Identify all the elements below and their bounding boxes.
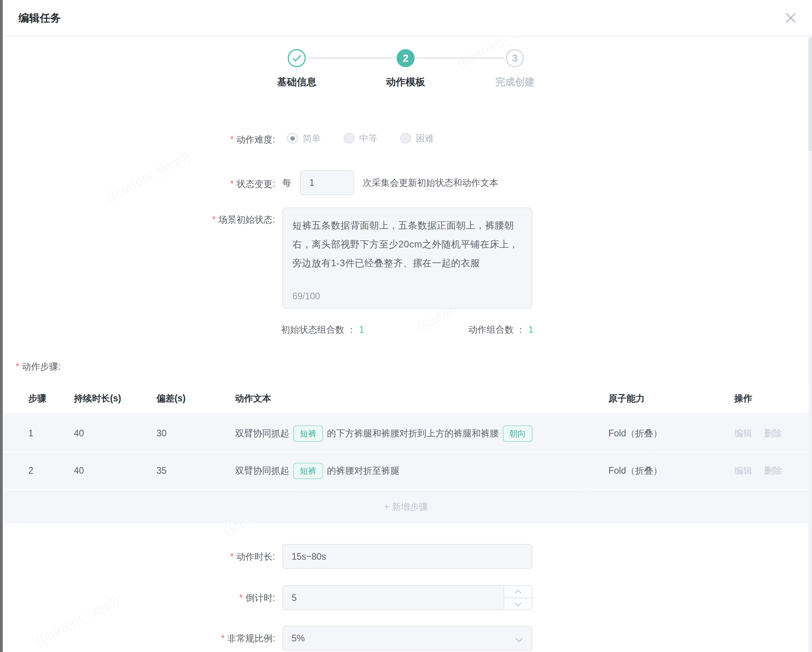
action-steps-table: 步骤 持续时长(s) 偏差(s) 动作文本 原子能力 操作 1 40 30 双臂… <box>3 383 809 524</box>
chevron-down-icon <box>515 635 522 642</box>
edit-link[interactable]: 编辑 <box>734 465 752 477</box>
step-label-basic-info: 基础信息 <box>277 75 316 88</box>
table-row: 2 40 35 双臂协同抓起短裤的裤腰对折至裤腿 Fold（折叠） 编辑 删除 <box>3 452 809 489</box>
check-icon <box>292 53 301 62</box>
required-mark: * <box>221 633 225 643</box>
state-change-row: 每 1 次采集会更新初始状态和动作文本 <box>282 170 498 195</box>
watermark: ({current_time}) <box>104 148 193 205</box>
edit-task-dialog: ({current_time}) ({current_time}) ({curr… <box>0 0 812 652</box>
radio-medium[interactable]: 中等 <box>344 132 377 145</box>
radio-icon <box>400 133 411 144</box>
cell-action-text: 双臂协同抓起短裤的下方裤腿和裤腰对折到上方的裤腿和裤腰朝向 <box>235 425 605 442</box>
difficulty-radio-group: 简单 中等 困难 <box>287 130 434 147</box>
initial-state-text: 短裤五条数据背面朝上，五条数据正面朝上，裤腰朝右，离头部视野下方至少20cm之外… <box>292 216 522 273</box>
required-mark: * <box>239 593 243 603</box>
header-deviation: 偏差(s) <box>156 392 235 405</box>
radio-label: 简单 <box>303 132 321 145</box>
action-text-tag: 朝向 <box>503 425 533 442</box>
unusual-ratio-label: *非常规比例: <box>0 632 275 645</box>
cell-operations: 编辑 删除 <box>725 427 809 440</box>
cell-duration: 40 <box>74 428 156 439</box>
action-steps-label: *动作步骤: <box>16 361 61 373</box>
cell-deviation: 30 <box>156 428 235 439</box>
chevron-up-icon <box>515 590 522 596</box>
initial-state-textarea[interactable]: 短裤五条数据背面朝上，五条数据正面朝上，裤腰朝右，离头部视野下方至少20cm之外… <box>282 207 533 309</box>
combo-value: 1 <box>528 324 533 335</box>
action-text-tag: 短裤 <box>293 463 323 479</box>
countdown-input[interactable]: 5 <box>282 585 533 610</box>
cell-step: 2 <box>3 465 74 476</box>
cell-duration: 40 <box>74 465 156 476</box>
step-connector <box>416 57 504 59</box>
table-header-row: 步骤 持续时长(s) 偏差(s) 动作文本 原子能力 操作 <box>3 383 809 414</box>
header-action-text: 动作文本 <box>235 392 605 405</box>
header-step: 步骤 <box>3 392 74 405</box>
initial-state-combo-count: 初始状态组合数 ：1 <box>281 324 364 336</box>
delete-link[interactable]: 删除 <box>764 427 782 440</box>
dialog-header: 编辑任务 <box>3 0 812 37</box>
combo-counts-row: 初始状态组合数 ：1 动作组合数 ：1 <box>281 324 533 336</box>
char-counter: 69/100 <box>292 291 320 302</box>
cell-deviation: 35 <box>156 465 235 476</box>
increment-button[interactable] <box>504 586 532 598</box>
step-label-finish-create: 完成创建 <box>495 75 535 88</box>
state-change-suffix: 次采集会更新初始状态和动作文本 <box>363 177 498 189</box>
action-combo-count: 动作组合数 ：1 <box>468 324 533 336</box>
action-duration-label: *动作时长: <box>0 551 275 563</box>
edit-link[interactable]: 编辑 <box>734 427 752 440</box>
required-mark: * <box>230 551 234 562</box>
action-text-segment: 的裤腰对折至裤腿 <box>327 465 399 477</box>
header-operations: 操作 <box>725 392 809 405</box>
radio-simple[interactable]: 简单 <box>287 132 321 145</box>
header-capability: 原子能力 <box>605 392 725 405</box>
header-duration: 持续时长(s) <box>74 392 156 405</box>
step-2-active-circle: 2 <box>397 49 415 67</box>
page-title: 编辑任务 <box>18 11 61 25</box>
radio-label: 困难 <box>416 132 434 145</box>
action-duration-input[interactable]: 15s~80s <box>282 544 533 569</box>
scrollbar-thumb[interactable] <box>808 37 812 151</box>
step-3-pending-circle: 3 <box>506 49 524 67</box>
action-text-segment: 双臂协同抓起 <box>235 427 289 440</box>
countdown-label: *倒计时: <box>0 592 275 604</box>
cell-action-text: 双臂协同抓起短裤的裤腰对折至裤腿 <box>235 463 605 479</box>
action-text-tag: 短裤 <box>293 425 323 442</box>
cell-capability: Fold（折叠） <box>605 427 725 440</box>
radio-hard[interactable]: 困难 <box>400 132 434 145</box>
radio-label: 中等 <box>359 132 377 145</box>
required-mark: * <box>230 134 234 145</box>
unusual-ratio-select[interactable]: 5% <box>282 626 533 651</box>
action-text-segment: 的下方裤腿和裤腰对折到上方的裤腿和裤腰 <box>327 427 499 440</box>
cell-capability: Fold（折叠） <box>605 465 725 477</box>
countdown-value: 5 <box>292 593 297 603</box>
number-stepper <box>503 586 532 610</box>
difficulty-label: *动作难度: <box>0 134 275 146</box>
action-text-segment: 双臂协同抓起 <box>235 465 289 477</box>
step-label-action-template: 动作模板 <box>386 75 425 88</box>
state-change-prefix: 每 <box>282 177 291 189</box>
cell-step: 1 <box>3 428 74 439</box>
required-mark: * <box>212 214 216 225</box>
table-row: 1 40 30 双臂协同抓起短裤的下方裤腿和裤腰对折到上方的裤腿和裤腰朝向 Fo… <box>3 415 809 452</box>
step-1-done-circle <box>288 49 306 67</box>
unusual-ratio-value: 5% <box>292 633 305 644</box>
state-change-label: *状态变更: <box>0 178 275 190</box>
cell-operations: 编辑 删除 <box>725 465 809 477</box>
chevron-down-icon <box>515 599 522 606</box>
combo-value: 1 <box>359 324 364 335</box>
delete-link[interactable]: 删除 <box>764 465 782 477</box>
step-connector <box>307 57 395 59</box>
required-mark: * <box>16 361 19 372</box>
initial-state-label: *场景初始状态: <box>0 214 275 226</box>
required-mark: * <box>230 179 234 189</box>
radio-icon <box>344 133 355 144</box>
add-step-button[interactable]: + 新增步骤 <box>3 490 809 524</box>
close-icon[interactable] <box>784 11 798 25</box>
state-change-count-input[interactable]: 1 <box>300 170 354 195</box>
decrement-button[interactable] <box>504 598 532 610</box>
radio-selected-icon <box>287 133 298 144</box>
